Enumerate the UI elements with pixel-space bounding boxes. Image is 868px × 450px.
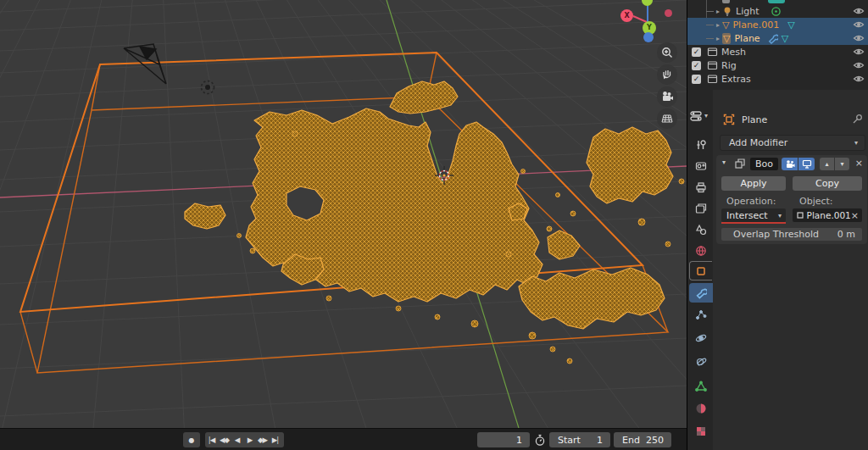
tab-material[interactable] [689,398,712,418]
3d-viewport[interactable]: X Y [0,0,687,428]
collection-icon [707,60,718,70]
zoom-button[interactable] [657,42,677,63]
tab-scene[interactable] [689,219,712,239]
eye-icon[interactable] [853,6,865,16]
tab-tool[interactable] [689,135,712,154]
collection-icon [707,74,718,84]
tab-render[interactable] [689,156,712,175]
expand-icon[interactable]: ▸ [714,8,722,15]
clear-object-button[interactable]: × [851,210,859,221]
pin-icon[interactable] [852,114,863,125]
outliner-row-plane001[interactable]: ▸ ▽ Plane.001 ▽ [687,18,868,31]
tab-object-data[interactable] [689,376,712,396]
timeline-bar[interactable]: ● |◀ ◀◆ ◀ ▶ ◆▶ ▶| 1 Start 1 End 250 [0,428,687,450]
outliner-row-mesh-collection[interactable]: ✓ Mesh [687,45,868,58]
properties-tab-strip: ▾ [687,90,713,450]
play-button[interactable]: ▶ [243,436,256,444]
grid-ortho-button[interactable] [657,108,677,129]
tab-texture[interactable] [689,421,712,441]
object-breadcrumb-icon [723,114,735,125]
object-origin-dot [442,174,445,176]
collection-checkbox[interactable]: ✓ [692,61,701,70]
monitor-toggle-icon [802,159,812,169]
panel-expand-icon[interactable]: ▾ [722,158,726,166]
gizmo-z-neg-ball[interactable] [643,32,654,42]
printer-icon [695,181,707,193]
jump-end-button[interactable]: ▶| [269,436,281,444]
remove-modifier-button[interactable]: × [855,158,863,169]
stopwatch-icon [534,434,546,447]
operation-label: Operation: [726,196,776,207]
gizmo-x-neg-ball[interactable] [665,9,672,17]
object-field-icon [796,211,804,219]
object-selector-field[interactable]: Plane.001 × [793,208,862,222]
record-button[interactable]: ● [183,432,200,447]
nav-gizmo[interactable]: X Y [610,0,687,51]
properties-content: Plane Add Modifier ▾ ▾ Boo [713,90,868,450]
tab-constraints[interactable] [689,352,712,371]
collection-icon [707,47,718,57]
modifier-wrench-icon [767,33,778,44]
render-toggle[interactable] [782,158,798,170]
tab-world[interactable] [689,241,712,260]
tab-view-layer[interactable] [689,198,712,218]
tab-output[interactable] [689,177,712,197]
camera-view-button[interactable] [657,86,677,107]
editor-type-selector[interactable]: ▾ [690,110,704,125]
outliner-row-plane[interactable]: ▸ ▽ Plane ▽ [687,31,868,45]
play-reverse-button[interactable]: ◀ [231,436,243,444]
tab-physics[interactable] [689,328,712,347]
light-icon [722,6,732,16]
tab-particles[interactable] [689,304,712,324]
eye-icon[interactable] [853,74,865,84]
next-keyframe-button[interactable]: ◆▶ [256,436,269,444]
render-camera-icon [695,160,707,172]
collection-checkbox[interactable]: ✓ [692,47,701,57]
chevron-down-icon: ▾ [704,112,708,119]
copy-button[interactable]: Copy [793,176,862,191]
tab-modifier[interactable] [689,283,713,303]
current-frame-field[interactable]: 1 [477,432,530,447]
mesh-west-islet[interactable] [185,203,225,229]
start-frame-field[interactable]: Start 1 [549,432,610,447]
outliner-row-rig-collection[interactable]: ✓ Rig [687,58,868,72]
mesh-southeast-island[interactable] [519,268,665,329]
pan-button[interactable] [657,64,677,85]
expand-icon[interactable]: ▸ [714,35,722,42]
viewport-scene [0,0,687,428]
eye-icon[interactable] [853,60,865,70]
physics-icon [695,332,707,344]
overlap-threshold-slider[interactable]: Overlap Threshold 0 m [721,228,862,241]
tree-tick [706,25,714,25]
world-icon [695,245,707,257]
eye-icon[interactable] [853,33,865,43]
add-modifier-dropdown[interactable]: Add Modifier ▾ [720,135,865,151]
viewport-display-toggle[interactable] [798,158,815,170]
mesh-mid-islet[interactable] [548,231,580,259]
mesh-object-icon: ▽ [722,19,729,31]
eye-icon[interactable] [853,19,865,30]
object-data-icon [695,381,707,392]
move-up-button[interactable]: ▴ [820,158,834,170]
boolean-modifier-panel: ▾ Boo ▴ [716,155,867,244]
mesh-east-island[interactable] [587,127,673,203]
gizmo-x-ball[interactable]: X [620,9,633,22]
outliner-row-extras-collection[interactable]: ✓ Extras [687,72,868,86]
collection-checkbox[interactable]: ✓ [692,75,701,84]
jump-start-button[interactable]: |◀ [205,436,218,444]
camera-icon-clipped [722,0,730,3]
playback-controls: |◀ ◀◆ ◀ ▶ ◆▶ ▶| [205,432,284,447]
apply-button[interactable]: Apply [721,176,786,191]
mesh-top-islet[interactable] [390,81,458,114]
operation-dropdown[interactable]: Intersect ▾ [721,208,786,222]
tab-object[interactable] [689,261,712,281]
expand-icon[interactable]: ▸ [714,21,722,29]
material-icon [695,403,707,414]
outliner-row-light[interactable]: ▸ Light [687,4,868,18]
modifier-name-field[interactable]: Boo [750,158,778,170]
move-down-button[interactable]: ▾ [835,158,849,170]
outliner-editor[interactable]: ▸ Light ▸ ▽ Plane.001 ▽ [687,0,868,90]
end-frame-field[interactable]: End 250 [614,432,671,447]
prev-keyframe-button[interactable]: ◀◆ [218,436,231,444]
eye-icon[interactable] [853,47,865,57]
